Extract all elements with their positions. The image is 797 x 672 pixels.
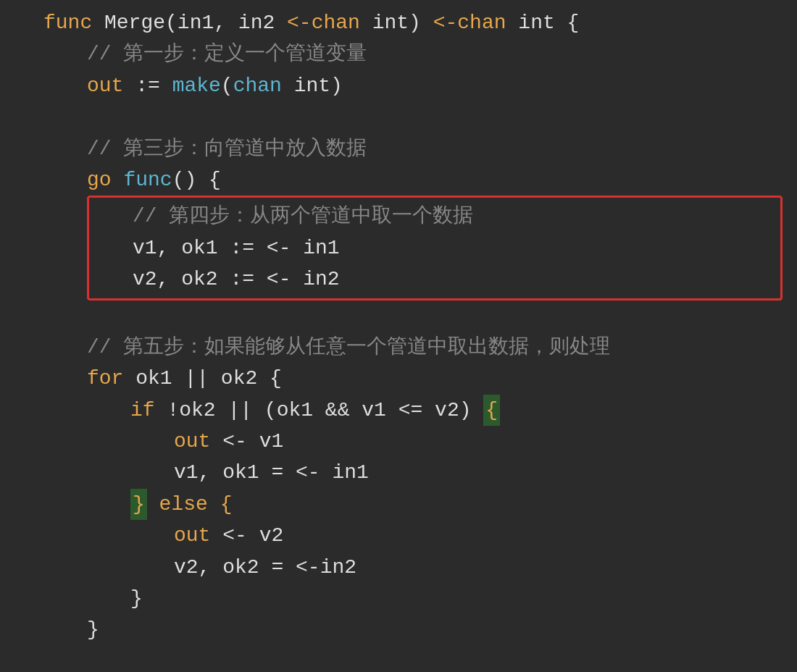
code-line-empty2 — [43, 301, 797, 332]
code-line-6: go func() { — [43, 164, 797, 196]
code-line-step5-comment: // 第五步：如果能够从任意一个管道中取出数据，则处理 — [43, 332, 797, 363]
code-line-1: func Merge(in1, in2 <-chan int) <-chan i… — [43, 7, 797, 38]
highlighted-code-block: // 第四步：从两个管道中取一个数据 v1, ok1 := <- in1 v2,… — [87, 196, 783, 300]
hcode-line-1: // 第四步：从两个管道中取一个数据 — [89, 201, 780, 232]
code-line-if: if !ok2 || (ok1 && v1 <= v2) { — [43, 395, 797, 426]
code-line-2: // 第一步：定义一个管道变量 — [43, 38, 797, 70]
code-line-5: // 第三步：向管道中放入数据 — [43, 133, 797, 164]
code-line-out-v2: out <- v2 — [43, 520, 797, 551]
code-line-close-for: } — [43, 614, 797, 645]
hcode-line-2: v1, ok1 := <- in1 — [89, 232, 780, 264]
code-editor: func Merge(in1, in2 <-chan int) <-chan i… — [0, 0, 797, 672]
code-line-else: } else { — [43, 489, 797, 520]
code-line-empty1 — [43, 101, 797, 133]
code-line-v1ok1: v1, ok1 = <- in1 — [43, 457, 797, 488]
code-line-v2ok2: v2, ok2 = <-in2 — [43, 552, 797, 583]
hcode-line-3: v2, ok2 := <- in2 — [89, 264, 780, 295]
code-line-for: for ok1 || ok2 { — [43, 363, 797, 394]
keyword-func: func — [43, 7, 104, 38]
code-line-close-if: } — [43, 583, 797, 614]
code-line-out-v1: out <- v1 — [43, 426, 797, 457]
code-line-3: out := make(chan int) — [43, 70, 797, 101]
